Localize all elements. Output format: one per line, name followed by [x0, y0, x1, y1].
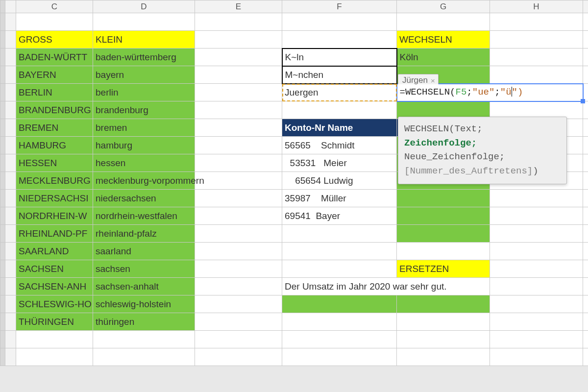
- cell[interactable]: HESSEN: [16, 154, 93, 172]
- col-header-E[interactable]: E: [195, 0, 282, 13]
- cell[interactable]: BREMEN: [16, 119, 93, 137]
- corner-rowhead: [5, 0, 16, 13]
- cell[interactable]: bremen: [93, 119, 195, 137]
- cell[interactable]: SCHLESWIG-HO: [16, 295, 93, 313]
- formula-ref: F5: [456, 87, 467, 98]
- formula-arg3-open: "ü: [500, 87, 512, 98]
- table-row[interactable]: 65654 Ludwig: [282, 172, 397, 190]
- spreadsheet-viewport[interactable]: C D E F G H GROSS KLEIN WECHSELN BADEN-W…: [0, 0, 588, 392]
- col-header-overflow: [583, 0, 588, 13]
- cell[interactable]: HAMBURG: [16, 137, 93, 154]
- cell[interactable]: schleswig-holstein: [93, 295, 195, 313]
- cell[interactable]: hamburg: [93, 137, 195, 154]
- cell[interactable]: SACHSEN-ANH: [16, 278, 93, 295]
- formula-edit-cell[interactable]: =WECHSELN(F5;"ue";"ü"): [397, 84, 583, 101]
- tooltip-arg3: Neue_Zeichenfolge;: [404, 151, 505, 162]
- cell[interactable]: BAYERN: [16, 66, 93, 84]
- cell[interactable]: sachsen-anhalt: [93, 278, 195, 295]
- cell-resize-handle[interactable]: [581, 99, 585, 103]
- cell[interactable]: rheinland-pfalz: [93, 225, 195, 243]
- table-row[interactable]: 69541 Bayer: [282, 207, 397, 225]
- col-header-D[interactable]: D: [93, 0, 195, 13]
- cell[interactable]: hessen: [93, 154, 195, 172]
- header-ersetzen[interactable]: ERSETZEN: [397, 260, 490, 278]
- cell[interactable]: baden-württemberg: [93, 49, 195, 66]
- table-row[interactable]: 53531 Meier: [282, 154, 397, 172]
- cell[interactable]: THÜRINGEN: [16, 313, 93, 331]
- header-gross[interactable]: GROSS: [16, 31, 93, 49]
- cell[interactable]: RHEINLAND-PF: [16, 225, 93, 243]
- cell[interactable]: niedersachsen: [93, 190, 195, 207]
- col-header-F[interactable]: F: [282, 0, 397, 13]
- tooltip-fn: WECHSELN: [404, 123, 449, 134]
- table-row[interactable]: 56565 Schmidt: [282, 137, 397, 154]
- tooltip-arg4: [Nummer_des_Auftretens]: [404, 166, 533, 176]
- cell[interactable]: brandenburg: [93, 101, 195, 119]
- cell[interactable]: NIEDERSACHSI: [16, 190, 93, 207]
- header-klein[interactable]: KLEIN: [93, 31, 195, 49]
- cell[interactable]: BERLIN: [16, 84, 93, 101]
- cell[interactable]: SACHSEN: [16, 260, 93, 278]
- col-header-H[interactable]: H: [490, 0, 583, 13]
- function-tooltip: WECHSELN(Text; Zeichenfolge; Neue_Zeiche…: [398, 117, 567, 184]
- col-header-C[interactable]: C: [16, 0, 93, 13]
- formula-arg2: "ue": [472, 87, 495, 98]
- corner-stub: [0, 0, 5, 13]
- cell-example-f3[interactable]: Juergen: [282, 84, 397, 101]
- cell[interactable]: thüringen: [93, 313, 195, 331]
- cell[interactable]: BRANDENBURG: [16, 101, 93, 119]
- tooltip-arg2-active: Zeichenfolge;: [404, 138, 477, 148]
- cell-example-f2[interactable]: M~nchen: [282, 66, 397, 84]
- cell[interactable]: berlin: [93, 84, 195, 101]
- tooltip-arg1: Text;: [455, 123, 483, 134]
- table-header[interactable]: Konto-Nr Name: [282, 119, 397, 137]
- cell[interactable]: NORDRHEIN-W: [16, 207, 93, 225]
- cell[interactable]: MECKLENBURG: [16, 172, 93, 190]
- sentence-cell[interactable]: Der Umsatz im Jahr 2020 war sehr gut.: [282, 278, 490, 295]
- table-row[interactable]: 35987 Müller: [282, 190, 397, 207]
- column-header-row: C D E F G H: [0, 0, 588, 13]
- cell[interactable]: SAARLAND: [16, 243, 93, 260]
- cell[interactable]: bayern: [93, 66, 195, 84]
- cell[interactable]: nordrhein-westfalen: [93, 207, 195, 225]
- cell[interactable]: BADEN-WÜRTT: [16, 49, 93, 66]
- cell[interactable]: mecklenburg-vorpommern: [93, 172, 195, 190]
- cell-example-f1[interactable]: K~ln: [282, 49, 397, 66]
- formula-text: =WECHSELN(: [400, 87, 456, 98]
- cell[interactable]: sachsen: [93, 260, 195, 278]
- cell[interactable]: saarland: [93, 243, 195, 260]
- header-wechseln[interactable]: WECHSELN: [397, 31, 490, 49]
- cell-result-g1[interactable]: Köln: [397, 49, 490, 66]
- col-header-G[interactable]: G: [397, 0, 490, 13]
